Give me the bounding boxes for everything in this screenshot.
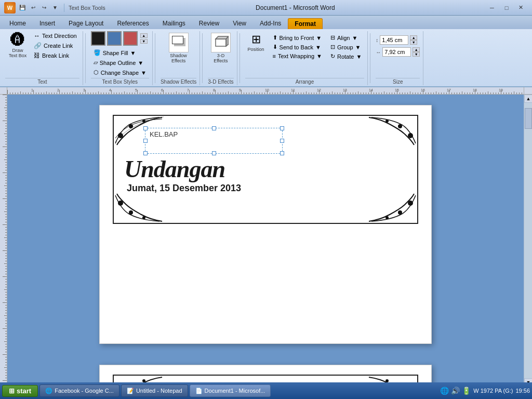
handle-tl[interactable] <box>143 126 148 130</box>
handle-ml[interactable] <box>143 139 148 143</box>
taskbar-item-word[interactable]: 📄 Document1 - Microsof... <box>190 384 271 397</box>
ribbon-group-3deffects: 3-DEffects 3-D Effects <box>205 31 237 85</box>
redo-quick-btn[interactable]: ↪ <box>39 3 49 12</box>
group-dropdown[interactable]: ▼ <box>355 44 361 50</box>
undo-quick-btn[interactable]: ↩ <box>29 3 38 12</box>
handle-bl[interactable] <box>143 151 148 155</box>
text-direction-button[interactable]: ↔ Text Direction <box>31 31 79 41</box>
align-dropdown[interactable]: ▼ <box>352 35 357 41</box>
position-button[interactable]: ⊞ Position <box>245 31 267 54</box>
color-swatch-blue[interactable] <box>107 31 122 46</box>
word-label: Document1 - Microsof... <box>205 388 265 394</box>
tab-addins[interactable]: Add-Ins <box>253 18 288 29</box>
more-quick-btn[interactable]: ▼ <box>50 3 60 12</box>
group-button[interactable]: ⊡ Group ▼ <box>328 43 364 51</box>
bring-front-icon: ⬆ <box>273 34 277 41</box>
shape-fill-dropdown[interactable]: ▼ <box>130 50 136 56</box>
swatch-scroll-down[interactable]: ▼ <box>140 39 148 44</box>
handle-mr[interactable] <box>280 139 284 143</box>
taskbar-item-facebook[interactable]: 🌐 Facebook - Google C... <box>39 384 119 397</box>
tab-pagelayout[interactable]: Page Layout <box>62 18 110 29</box>
sep5 <box>370 33 370 83</box>
scroll-track[interactable] <box>524 103 532 378</box>
color-swatch-black[interactable] <box>91 31 105 46</box>
handle-tr[interactable] <box>280 126 284 130</box>
start-button[interactable]: ⊞ start <box>2 385 38 397</box>
send-back-icon: ⬇ <box>273 44 277 50</box>
rotate-dropdown[interactable]: ▼ <box>356 54 362 60</box>
text-direction-label: Text Direction <box>42 33 77 39</box>
align-button[interactable]: ⊟ Align ▼ <box>328 33 364 42</box>
3d-effects-button[interactable]: 3-DEffects <box>208 31 233 65</box>
align-group-col: ⊟ Align ▼ ⊡ Group ▼ ↻ Rotate ▼ <box>328 33 364 61</box>
position-label: Position <box>248 47 264 52</box>
shape-fill-label: Shape Fill <box>103 50 128 56</box>
break-link-icon: ⛓ <box>34 52 40 59</box>
send-back-dropdown[interactable]: ▼ <box>315 44 321 50</box>
ribbon-group-text: 🅐 DrawText Box ↔ Text Direction 🔗 Create… <box>2 31 83 85</box>
textbox-wrapper[interactable]: KEL.BAP <box>145 128 283 154</box>
minimize-button[interactable]: ─ <box>485 3 499 13</box>
height-spin-down[interactable]: ▼ <box>410 40 417 45</box>
ribbon-tabs: Home Insert Page Layout References Maili… <box>0 16 532 29</box>
page-1: KEL.BAP Undangan Jumat, 15 Desember 2013 <box>99 105 432 344</box>
change-shape-button[interactable]: ⬡ Change Shape ▼ <box>91 68 149 77</box>
title-bar: W 💾 ↩ ↪ ▼ Text Box Tools Document1 - Mic… <box>0 0 532 16</box>
selected-textbox[interactable]: KEL.BAP <box>145 128 283 154</box>
send-to-back-button[interactable]: ⬇ Send to Back ▼ <box>270 43 325 51</box>
text-wrap-dropdown[interactable]: ▼ <box>316 53 322 59</box>
text-wrapping-button[interactable]: ≡ Text Wrapping ▼ <box>270 52 325 60</box>
tab-format[interactable]: Format <box>288 18 323 29</box>
width-spin-down[interactable]: ▼ <box>413 52 420 57</box>
width-spin-up[interactable]: ▲ <box>413 47 420 52</box>
swatch-scroll-up[interactable]: ▲ <box>140 33 148 38</box>
scroll-thumb[interactable] <box>525 108 532 129</box>
quick-access-toolbar: 💾 ↩ ↪ ▼ <box>18 3 60 12</box>
shadow-effects-button[interactable]: ShadowEffects <box>166 31 191 65</box>
height-spin-up[interactable]: ▲ <box>410 35 417 40</box>
text-wrap-label: Text Wrapping <box>278 53 314 59</box>
shape-fill-button[interactable]: 🪣 Shape Fill ▼ <box>91 48 139 57</box>
ruler-right-end <box>524 87 532 95</box>
tab-mailings[interactable]: Mailings <box>156 18 192 29</box>
tab-home[interactable]: Home <box>3 18 33 29</box>
handle-tm[interactable] <box>212 126 216 130</box>
ribbon-group-shadoweffects: ShadowEffects Shadow Effects <box>157 31 200 85</box>
svg-point-10 <box>129 210 133 215</box>
height-input[interactable] <box>380 35 408 45</box>
taskbar-item-notepad[interactable]: 📝 Untitled - Notepad <box>121 384 188 397</box>
shape-outline-dropdown[interactable]: ▼ <box>138 60 143 66</box>
svg-point-7 <box>398 124 402 128</box>
3d-effects-label: 3-DEffects <box>214 53 228 63</box>
color-swatch-red[interactable] <box>123 31 138 46</box>
close-button[interactable]: ✕ <box>514 3 528 13</box>
textboxstyles-inner: ▲ ▼ 🪣 Shape Fill ▼ ▱ Shape Outline ▼ ⬡ C… <box>91 31 149 77</box>
sep2 <box>155 33 155 83</box>
draw-textbox-button[interactable]: 🅐 DrawText Box <box>5 31 30 60</box>
handle-bm[interactable] <box>212 151 216 155</box>
handle-br[interactable] <box>280 151 284 155</box>
bring-front-dropdown[interactable]: ▼ <box>316 35 322 41</box>
tab-review[interactable]: Review <box>192 18 226 29</box>
change-shape-icon: ⬡ <box>94 69 99 76</box>
tab-view[interactable]: View <box>226 18 253 29</box>
notepad-label: Untitled - Notepad <box>136 388 182 394</box>
width-input[interactable] <box>382 47 411 57</box>
change-shape-label: Change Shape <box>101 70 139 76</box>
save-quick-btn[interactable]: 💾 <box>18 3 27 12</box>
restore-button[interactable]: □ <box>500 3 513 13</box>
scroll-up-button[interactable]: ▲ <box>524 95 532 103</box>
undangan-text: Undangan <box>122 156 409 183</box>
ruler-row: 12345678910111213141516171819 <box>0 87 532 95</box>
change-shape-dropdown[interactable]: ▼ <box>141 70 147 76</box>
shape-outline-button[interactable]: ▱ Shape Outline ▼ <box>91 58 147 67</box>
3deffects-inner: 3-DEffects <box>208 31 233 77</box>
tab-references[interactable]: References <box>110 18 155 29</box>
create-link-button[interactable]: 🔗 Create Link <box>31 41 79 50</box>
bring-to-front-button[interactable]: ⬆ Bring to Front ▼ <box>270 33 325 42</box>
tab-insert[interactable]: Insert <box>33 18 62 29</box>
doc-content: KEL.BAP Undangan Jumat, 15 Desember 2013 <box>7 95 524 387</box>
break-link-button[interactable]: ⛓ Break Link <box>31 51 79 60</box>
sys-icons: 🌐 🔊 🔋 <box>440 387 471 395</box>
rotate-button[interactable]: ↻ Rotate ▼ <box>328 52 364 61</box>
